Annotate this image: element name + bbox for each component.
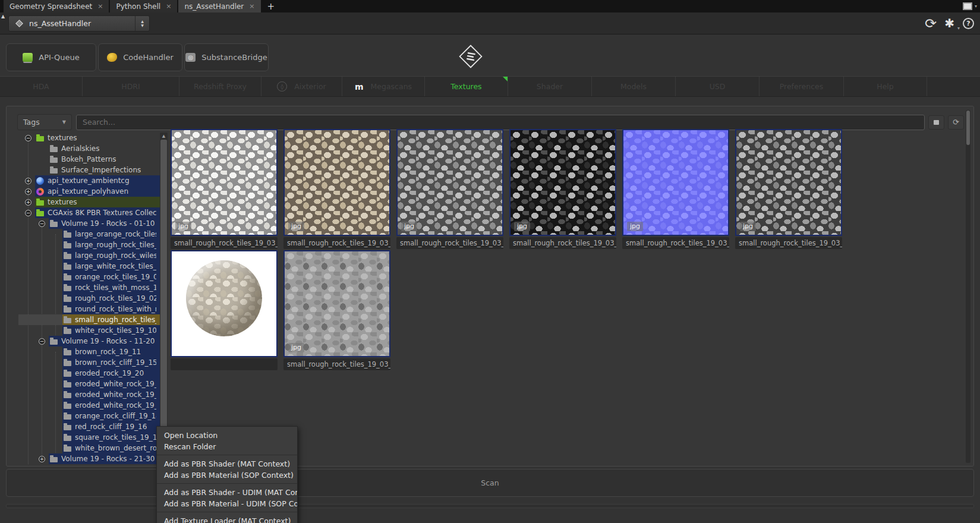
nav-tab-redshift-proxy[interactable]: Redshift Proxy [179, 77, 261, 96]
close-icon[interactable]: × [97, 3, 103, 10]
tree-row[interactable]: eroded_white_rock_19_1... [18, 400, 160, 411]
window-tab-geometry-spreadsheet[interactable]: Geometry Spreadsheet × [4, 0, 109, 12]
pane-collapse-icon[interactable]: ▲ [1, 14, 5, 19]
nav-tab-models[interactable]: Models [592, 77, 676, 96]
tree-row[interactable]: eroded_white_rock_19_1... [18, 389, 160, 400]
pane-caret-icon[interactable]: ▾ [975, 4, 977, 9]
texture-card[interactable]: jpg small_rough_rock_tiles_19_03_ao [171, 129, 278, 249]
refresh-button[interactable]: ⟳ [948, 115, 964, 130]
context-menu-item-add-as-pbr-shader-mat-context[interactable]: Add as PBR Shader (MAT Context) [157, 458, 297, 470]
context-menu-item-open-location[interactable]: Open Location [157, 430, 297, 441]
tree-row[interactable]: red_rock_cliff_19_16 [18, 421, 160, 432]
tree-expander-icon[interactable]: + [25, 199, 31, 206]
context-menu-item-add-texture-loader-mat-context[interactable]: Add Texture Loader (MAT Context) [157, 515, 297, 523]
texture-thumbnail[interactable]: jpg [171, 129, 278, 236]
pane-layout-icon[interactable] [963, 2, 972, 10]
tree-row[interactable]: brown_rock_19_11 [18, 346, 160, 357]
texture-card[interactable]: jpg small_rough_rock_tiles_19_03_di [283, 129, 390, 249]
grid-scrollbar-thumb[interactable] [966, 111, 970, 145]
tree-row[interactable]: − textures [18, 133, 160, 143]
tree-expander-icon[interactable]: − [25, 210, 31, 216]
texture-thumbnail[interactable] [171, 250, 278, 357]
tree-row[interactable]: large_rough_rock_wiles_w... [18, 250, 160, 261]
app-button-api-queue[interactable]: API-Queue [6, 43, 96, 71]
texture-thumbnail[interactable]: jpg [283, 129, 390, 236]
tree-row[interactable]: + textures [18, 197, 160, 207]
texture-thumbnail[interactable]: jpg [283, 250, 390, 357]
tree-row[interactable]: + Volume 19 - Rocks - 21-30 [18, 453, 160, 464]
tree-row[interactable]: white_brown_desert_rock_... [18, 443, 160, 453]
nav-tab-aixterior[interactable]: ◊ Aixterior [261, 77, 342, 96]
close-icon[interactable]: × [249, 3, 254, 10]
nav-tab-hdri[interactable]: HDRI [83, 77, 179, 96]
node-selector-dropdown[interactable]: ns_AssetHandler ▲ ▼ [8, 15, 150, 31]
nav-tab-preferences[interactable]: Preferences [760, 77, 844, 96]
tree-expander-icon[interactable]: − [39, 220, 45, 227]
app-button-substancebridge[interactable]: ◎ SubstanceBridge [184, 43, 269, 71]
texture-card[interactable]: jpg small_rough_rock_tiles_19_03_gl [396, 129, 503, 249]
gear-icon[interactable]: ✱ [944, 16, 954, 30]
nav-tab-shader[interactable]: Shader [508, 77, 592, 96]
tree-expander-icon[interactable]: + [25, 188, 31, 195]
node-selector-spinner[interactable]: ▲ ▼ [135, 16, 149, 31]
texture-thumbnail[interactable]: jpg [735, 129, 842, 236]
context-menu-item-add-as-pbr-material-udim-sop-context[interactable]: Add as PBR Material - UDIM (SOP Context) [157, 498, 297, 509]
tree-row[interactable]: large_rough_rock_tiles_19... [18, 240, 160, 250]
tree-row[interactable]: + api_texture_polyhaven [18, 186, 160, 197]
tree-row[interactable]: − Volume 19 - Rocks - 01-10 [18, 218, 160, 229]
texture-thumbnail[interactable]: jpg [509, 129, 616, 236]
tree-scrollbar-thumb[interactable] [160, 140, 167, 456]
nav-tab-help[interactable]: Help [844, 77, 927, 96]
tree-row[interactable]: rough_rock_tiles_19_02 [18, 293, 160, 304]
texture-card[interactable]: jpg small_rough_rock_tiles_19_03_ro [283, 250, 390, 370]
sync-icon[interactable]: ⟳ [925, 17, 937, 30]
tree-row[interactable]: square_rock_tiles_19_12 [18, 432, 160, 443]
spinner-down-icon[interactable]: ▼ [141, 24, 144, 27]
tree-row[interactable]: Aerialskies [18, 143, 160, 154]
tree-row[interactable]: rock_tiles_with_moss_19_06 [18, 282, 160, 293]
tree-row[interactable]: large_white_rock_tiles_19... [18, 261, 160, 272]
app-button-codehandler[interactable]: CodeHandler [98, 43, 182, 71]
tree-row[interactable]: + api_texture_ambientcg [18, 175, 160, 186]
tree-row[interactable]: Surface_Imperfections [18, 165, 160, 175]
help-icon[interactable]: ? [963, 18, 974, 29]
grid-scrollbar[interactable] [966, 110, 970, 463]
texture-card[interactable]: jpg small_rough_rock_tiles_19_03_no [622, 129, 729, 249]
close-icon[interactable]: × [166, 3, 171, 10]
texture-card[interactable] [171, 250, 278, 370]
context-menu-item-rescan-folder[interactable]: Rescan Folder [157, 441, 297, 452]
tree-row[interactable]: brown_rock_cliff_19_15 [18, 357, 160, 368]
search-input[interactable] [76, 115, 925, 130]
tree-row[interactable]: orange_rock_tiles_19_08 [18, 272, 160, 282]
new-tab-button[interactable]: + [262, 0, 281, 12]
scan-button[interactable]: Scan [6, 469, 974, 497]
tree-row[interactable]: eroded_white_rock_19_1... [18, 379, 160, 389]
tree-row[interactable]: small_rough_rock_tiles_19 [18, 314, 160, 325]
tree-row[interactable]: round_rock_tiles_with_mo... [18, 304, 160, 314]
texture-thumbnail[interactable]: jpg [622, 129, 729, 236]
window-tab-python-shell[interactable]: Python Shell × [110, 0, 177, 12]
texture-card[interactable]: jpg small_rough_rock_tiles_19_03_re [735, 129, 842, 249]
tree-row[interactable]: − Volume 19 - Rocks - 11-20 [18, 336, 160, 346]
tree-row[interactable]: white_rock_tiles_19_10 [18, 325, 160, 336]
texture-card[interactable]: jpg small_rough_rock_tiles_19_03_he [509, 129, 616, 249]
nav-tab-textures[interactable]: Textures [425, 77, 508, 96]
nav-tab-hda[interactable]: HDA [0, 77, 83, 96]
nav-tab-usd[interactable]: USD [676, 77, 760, 96]
tree-expander-icon[interactable]: + [25, 178, 31, 184]
tree-scrollbar[interactable]: ▲ ▼ [160, 133, 168, 464]
tree-expander-icon[interactable]: − [39, 338, 45, 345]
window-tab-ns-assethandler[interactable]: ns_AssetHandler × [178, 0, 260, 12]
view-toggle-button[interactable] [928, 115, 944, 130]
texture-thumbnail[interactable]: jpg [396, 129, 503, 236]
tree-row[interactable]: large_orange_rock_tiles_1... [18, 229, 160, 240]
tree-row[interactable]: Bokeh_Patterns [18, 154, 160, 165]
tree-row[interactable]: orange_rock_cliff_19_14 [18, 411, 160, 421]
scroll-up-icon[interactable]: ▲ [160, 133, 168, 139]
context-menu-item-add-as-pbr-shader-udim-mat-context[interactable]: Add as PBR Shader - UDIM (MAT Context) [157, 487, 297, 498]
tree-row[interactable]: eroded_rock_19_20 [18, 368, 160, 379]
tree-expander-icon[interactable]: + [39, 456, 45, 462]
tags-dropdown[interactable]: Tags ▼ [17, 114, 72, 130]
tree-row[interactable]: − CGAxis 8K PBR Textures Collecti... [18, 207, 160, 218]
context-menu-item-add-as-pbr-material-sop-context[interactable]: Add as PBR Material (SOP Context) [157, 470, 297, 481]
